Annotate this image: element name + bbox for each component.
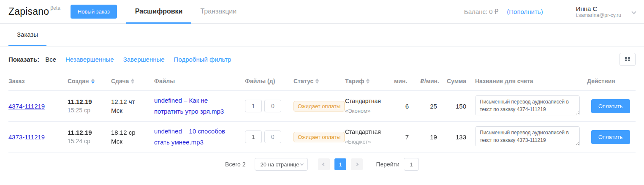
chevron-down-icon[interactable]	[631, 9, 636, 14]
filter-label: Показать:	[8, 56, 39, 63]
grid-icon	[625, 57, 630, 61]
due-cell: 18.12 ср Мск	[111, 128, 154, 146]
invoice-title-input[interactable]: Письменный перевод аудиозаписей в текст …	[475, 95, 580, 115]
file-link[interactable]: undefined – 10 способов стать умнее.mp3	[154, 126, 239, 148]
col-actions: Действия	[587, 78, 633, 84]
topup-link[interactable]: (Пополнить)	[507, 8, 543, 15]
files-done-box[interactable]: 0	[264, 100, 281, 112]
file-link[interactable]: undefined – Как не потратить утро зря.mp…	[154, 95, 239, 117]
pay-button[interactable]: Оплатить	[591, 99, 630, 113]
col-order: Заказ	[8, 78, 68, 84]
files-counters: 10	[245, 100, 293, 112]
tariff-cell: Стандартная «Эконом»	[345, 97, 394, 115]
rate-value: 25	[420, 103, 447, 110]
filter-detailed[interactable]: Подробный фильтр	[174, 56, 231, 63]
new-order-button[interactable]: Новый заказ	[71, 5, 117, 19]
logo: Zapisano βeta	[8, 6, 60, 17]
created-cell: 11.12.19 15:24 ср	[68, 128, 111, 146]
rate-value: 19	[420, 133, 447, 141]
filter-incomplete[interactable]: Незавершенные	[65, 56, 114, 63]
tab-transactions[interactable]: Транзакции	[191, 0, 245, 24]
col-created[interactable]: Создан	[68, 78, 111, 84]
sort-icon-due[interactable]	[131, 79, 134, 84]
total-count: Всего 2	[225, 161, 245, 168]
sum-value: 133	[447, 133, 475, 141]
order-id-link[interactable]: 4373-111219	[8, 133, 45, 141]
filter-bar: Показать: Все Незавершенные Завершенные …	[0, 46, 644, 72]
columns-toggle-button[interactable]	[620, 53, 636, 66]
col-invoice-title: Название для счета	[475, 78, 587, 84]
files-done-box[interactable]: 0	[264, 131, 281, 143]
chevron-right-icon	[355, 163, 359, 166]
chevron-down-icon	[300, 162, 304, 165]
col-files: Файлы	[154, 78, 245, 84]
per-page-select[interactable]: 20 на странице	[255, 158, 308, 171]
prev-page-button[interactable]	[318, 158, 330, 170]
filter-complete[interactable]: Завершенные	[123, 56, 165, 63]
tariff-cell: Стандартная «Бюджет»	[345, 128, 394, 146]
orders-table: Заказ Создан Сдача Файлы Файлы (д) Стату…	[0, 72, 644, 152]
sum-value: 150	[447, 103, 475, 110]
due-cell: 12.12 чт Мск	[111, 97, 154, 115]
minutes-value: 7	[394, 133, 420, 141]
user-email: i.samarina@pr-cy.ru	[576, 12, 621, 19]
col-rate: ₽/мин.	[420, 78, 447, 84]
page-number-active[interactable]: 1	[334, 158, 346, 170]
status-badge: Ожидает оплаты	[293, 101, 345, 112]
col-due[interactable]: Сдача	[111, 78, 154, 84]
pay-button[interactable]: Оплатить	[591, 130, 630, 144]
pagination: Всего 2 20 на странице 1 Перейти	[0, 158, 644, 171]
order-id-link[interactable]: 4374-111219	[8, 103, 45, 110]
top-header: Zapisano βeta Новый заказ Расшифровки Тр…	[0, 0, 644, 24]
status-badge: Ожидает оплаты	[293, 132, 345, 142]
tab-transcripts[interactable]: Расшифровки	[126, 0, 192, 24]
files-counters: 10	[245, 131, 293, 143]
chevron-left-icon	[322, 163, 326, 166]
sort-icon-tariff[interactable]	[366, 79, 370, 84]
minutes-value: 6	[394, 103, 420, 110]
created-cell: 11.12.19 15:25 ср	[68, 97, 111, 115]
col-minutes: мин.	[394, 78, 420, 84]
beta-badge: βeta	[50, 5, 60, 11]
table-row: 4373-111219 11.12.19 15:24 ср 18.12 ср М…	[8, 122, 636, 152]
user-info[interactable]: Инна С i.samarina@pr-cy.ru	[576, 5, 621, 19]
balance-label: Баланс: 0 ₽	[464, 8, 498, 16]
col-status[interactable]: Статус	[293, 78, 345, 84]
header-right: Баланс: 0 ₽ (Пополнить) Инна С i.samarin…	[464, 5, 636, 19]
col-sum: Сумма	[447, 78, 475, 84]
user-name: Инна С	[576, 5, 621, 12]
filter-all[interactable]: Все	[45, 56, 56, 63]
sort-icon-status[interactable]	[315, 79, 319, 84]
next-page-button[interactable]	[351, 158, 363, 170]
sub-nav: Заказы	[0, 24, 644, 46]
table-row: 4374-111219 11.12.19 15:25 ср 12.12 чт М…	[8, 91, 636, 122]
tab-orders[interactable]: Заказы	[8, 24, 46, 46]
col-files-done: Файлы (д)	[245, 78, 293, 84]
files-count-box[interactable]: 1	[245, 100, 262, 112]
logo-text: Zapisano	[8, 6, 49, 17]
table-header-row: Заказ Создан Сдача Файлы Файлы (д) Стату…	[8, 72, 636, 91]
sort-icon-created[interactable]	[91, 79, 95, 84]
goto-page-input[interactable]	[404, 158, 419, 171]
invoice-title-input[interactable]: Письменный перевод аудиозаписей в текст …	[475, 126, 580, 146]
files-count-box[interactable]: 1	[245, 131, 262, 143]
col-tariff[interactable]: Тариф	[345, 78, 394, 84]
goto-label: Перейти	[376, 161, 399, 168]
top-nav: Расшифровки Транзакции	[126, 0, 245, 24]
